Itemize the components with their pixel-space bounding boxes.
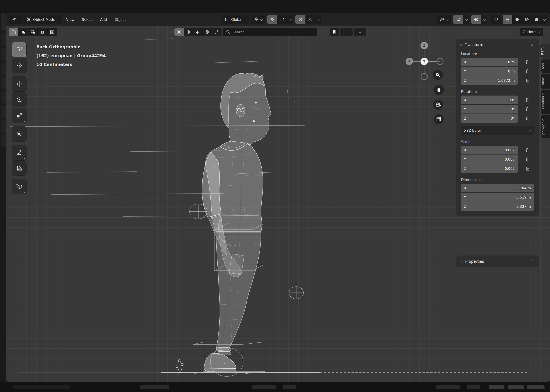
panel-drag-handle[interactable] xyxy=(529,260,534,263)
transform-panel-header[interactable]: Transform xyxy=(461,42,534,47)
select-mode-invert[interactable] xyxy=(38,28,47,36)
menu-select[interactable]: Select xyxy=(79,15,96,24)
menu-view[interactable]: View xyxy=(63,15,77,24)
sidebar-tab-item[interactable]: Item xyxy=(540,44,550,58)
tool-add-cube[interactable] xyxy=(12,179,27,194)
search-history-dropdown[interactable] xyxy=(318,28,328,36)
sidebar-tab-blenderkit[interactable]: BlenderKit xyxy=(541,90,550,114)
filter-dropdown[interactable] xyxy=(340,28,353,36)
asset-type-material[interactable] xyxy=(184,28,193,36)
sidebar-tab-tool[interactable]: Tool xyxy=(541,59,550,73)
overlays-dropdown-button[interactable] xyxy=(481,19,487,21)
visibility-selector[interactable] xyxy=(437,15,451,24)
tool-select-box[interactable] xyxy=(12,42,27,57)
tool-move[interactable] xyxy=(12,76,27,91)
sidebar-tab-polygoniq[interactable]: polygoniq xyxy=(541,115,550,138)
bookmarks-button[interactable] xyxy=(330,28,339,36)
lock-location-x[interactable] xyxy=(524,58,531,66)
gizmo-y-axis[interactable]: Y xyxy=(420,58,428,65)
panel-drag-handle[interactable] xyxy=(529,44,534,46)
lock-location-z[interactable] xyxy=(524,76,531,85)
asset-type-brush[interactable] xyxy=(193,28,202,36)
tool-scale[interactable] xyxy=(12,108,27,123)
lock-scale-x[interactable] xyxy=(524,146,531,154)
shading-wireframe-button[interactable] xyxy=(503,15,512,24)
shading-rendered-button[interactable] xyxy=(532,15,541,24)
search-input[interactable] xyxy=(232,30,305,34)
rotation-x-field[interactable]: X90° xyxy=(461,96,518,104)
sort-dropdown[interactable] xyxy=(354,28,366,36)
pivot-point-selector[interactable] xyxy=(251,15,265,24)
lock-scale-y[interactable] xyxy=(524,155,531,164)
asset-type-scene[interactable] xyxy=(212,28,221,36)
falloff-curve-icon xyxy=(308,17,313,22)
select-mode-intersect[interactable] xyxy=(48,28,57,36)
pan-button[interactable] xyxy=(434,85,444,95)
menu-add[interactable]: Add xyxy=(97,15,110,24)
dimensions-x-field[interactable]: X0.704 m xyxy=(461,184,534,192)
dimensions-z-field[interactable]: Z0.337 m xyxy=(461,202,534,211)
lock-rotation-z[interactable] xyxy=(524,114,531,123)
zoom-button[interactable] xyxy=(433,70,443,80)
rotation-y-field[interactable]: Y0° xyxy=(461,105,518,113)
location-z-field[interactable]: Z1.0872 m xyxy=(461,76,518,85)
wireframe-human-figure[interactable] xyxy=(202,73,271,371)
tool-cursor[interactable] xyxy=(12,58,27,73)
gizmo-x-axis[interactable]: X xyxy=(406,58,413,65)
falloff-type-button[interactable] xyxy=(306,15,315,24)
active-object-name: (162) european | Group44294 xyxy=(36,51,106,60)
plain-axes-empty[interactable] xyxy=(176,359,183,374)
select-mode-extend[interactable] xyxy=(19,28,28,36)
rotation-z-field[interactable]: Z0° xyxy=(461,114,518,123)
lock-rotation-x[interactable] xyxy=(524,96,531,104)
location-y-field[interactable]: Y0 m xyxy=(461,67,518,76)
gizmo-z-axis[interactable]: Z xyxy=(420,42,428,49)
options-button[interactable]: Options xyxy=(520,28,543,36)
snap-toggle-button[interactable] xyxy=(267,15,277,24)
select-mode-new[interactable] xyxy=(9,28,18,36)
shading-solid-button[interactable] xyxy=(512,15,522,24)
asset-search-box[interactable] xyxy=(223,28,317,36)
tool-rotate[interactable] xyxy=(12,92,27,107)
asset-type-model[interactable] xyxy=(174,28,184,36)
snap-with-button[interactable] xyxy=(277,15,287,24)
lock-rotation-y[interactable] xyxy=(524,105,531,113)
proportional-edit-toggle[interactable] xyxy=(295,15,306,24)
xray-toggle[interactable] xyxy=(491,15,501,24)
gizmo-z-negative[interactable] xyxy=(421,73,428,80)
show-gizmo-toggle[interactable] xyxy=(453,15,463,24)
lock-scale-z[interactable] xyxy=(524,164,531,173)
chevron-down-icon xyxy=(538,30,541,33)
tool-measure[interactable] xyxy=(12,160,27,176)
ortho-toggle-button[interactable] xyxy=(434,114,444,124)
scale-x-field[interactable]: X0.007 xyxy=(461,146,518,154)
location-x-field[interactable]: X0 m xyxy=(461,58,518,66)
shading-material-button[interactable] xyxy=(522,15,532,24)
assetbar-collapse-chevron[interactable] xyxy=(168,30,171,33)
transform-orientation-selector[interactable]: Global xyxy=(222,15,249,24)
asset-type-hdr[interactable] xyxy=(203,28,212,36)
adjacent-toolbar-button xyxy=(1,62,6,75)
select-mode-subtract[interactable] xyxy=(28,28,37,36)
sphere-empty[interactable] xyxy=(289,287,304,299)
gizmo-x-negative[interactable] xyxy=(437,58,444,65)
lock-location-y[interactable] xyxy=(524,67,531,76)
scale-z-field[interactable]: Z0.007 xyxy=(461,164,518,173)
camera-view-button[interactable] xyxy=(433,100,443,110)
sidebar-tab-view[interactable]: View xyxy=(541,74,550,89)
falloff-dropdown-button[interactable] xyxy=(315,19,321,21)
shading-dropdown-button[interactable] xyxy=(541,19,547,21)
dimensions-y-field[interactable]: Y0.619 m xyxy=(461,193,534,202)
properties-panel-collapsed[interactable]: Properties xyxy=(456,255,539,267)
grid-scale-label: 10 Centimeters xyxy=(36,60,106,69)
menu-object[interactable]: Object xyxy=(111,15,129,24)
rotation-mode-dropdown[interactable]: XYZ Euler xyxy=(461,126,534,135)
gizmo-dropdown-button[interactable] xyxy=(463,19,469,21)
snap-dropdown-button[interactable] xyxy=(287,19,293,21)
tool-annotate[interactable] xyxy=(12,145,27,160)
tool-transform[interactable] xyxy=(12,126,27,141)
scale-y-field[interactable]: Y0.007 xyxy=(461,155,518,164)
editor-type-button[interactable] xyxy=(9,15,23,24)
mode-selector[interactable]: Object Mode xyxy=(24,15,62,24)
show-overlays-toggle[interactable] xyxy=(471,15,481,24)
